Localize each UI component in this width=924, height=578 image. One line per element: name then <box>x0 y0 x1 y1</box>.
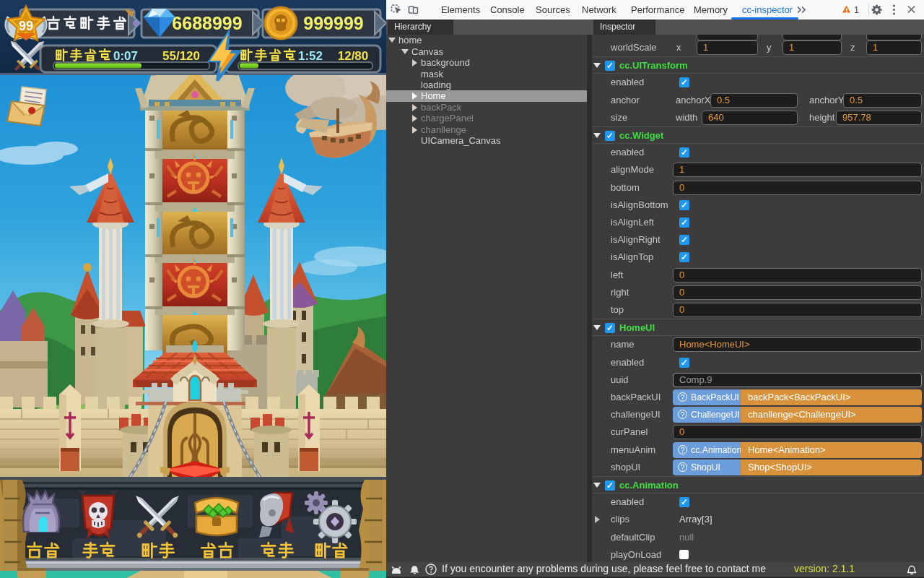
svg-text:0:07: 0:07 <box>113 49 138 63</box>
svg-text:1: 1 <box>854 5 859 15</box>
svg-text:99: 99 <box>19 19 33 33</box>
svg-text:999999: 999999 <box>303 13 363 33</box>
svg-text:55/120: 55/120 <box>162 49 200 63</box>
svg-text:12/80: 12/80 <box>338 49 369 63</box>
svg-text:6688999: 6688999 <box>172 13 242 33</box>
svg-text:1:52: 1:52 <box>298 49 323 63</box>
